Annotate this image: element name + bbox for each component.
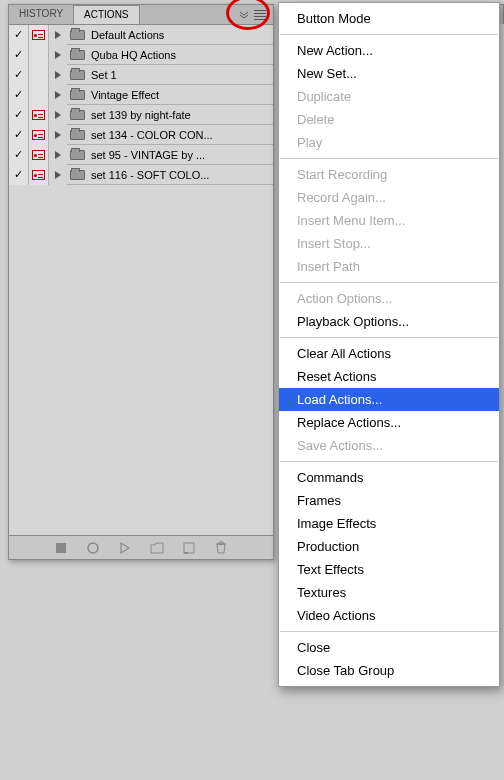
dialog-toggle[interactable] — [29, 45, 49, 65]
menu-item[interactable]: Reset Actions — [279, 365, 499, 388]
triangle-right-icon — [55, 131, 61, 139]
trash-icon[interactable] — [214, 541, 228, 555]
menu-separator — [280, 34, 498, 35]
new-set-icon[interactable] — [150, 541, 164, 555]
menu-separator — [280, 337, 498, 338]
folder-icon — [70, 70, 85, 80]
toggle-checkbox[interactable]: ✓ — [9, 145, 29, 165]
folder-cell — [67, 165, 87, 185]
menu-item: Record Again... — [279, 186, 499, 209]
action-set-row[interactable]: ✓set 95 - VINTAGE by ... — [9, 145, 273, 165]
action-set-row[interactable]: ✓Vintage Effect — [9, 85, 273, 105]
record-icon[interactable] — [86, 541, 100, 555]
menu-item[interactable]: Frames — [279, 489, 499, 512]
dialog-toggle[interactable] — [29, 65, 49, 85]
action-set-label: Vintage Effect — [87, 89, 273, 101]
triangle-right-icon — [55, 111, 61, 119]
menu-item[interactable]: Textures — [279, 581, 499, 604]
menu-item: Insert Menu Item... — [279, 209, 499, 232]
menu-item[interactable]: New Action... — [279, 39, 499, 62]
folder-icon — [70, 110, 85, 120]
action-set-row[interactable]: ✓Set 1 — [9, 65, 273, 85]
folder-icon — [70, 170, 85, 180]
menu-item[interactable]: Production — [279, 535, 499, 558]
dialog-toggle[interactable] — [29, 125, 49, 145]
triangle-right-icon — [55, 71, 61, 79]
toggle-checkbox[interactable]: ✓ — [9, 45, 29, 65]
play-icon[interactable] — [118, 541, 132, 555]
menu-item: Save Actions... — [279, 434, 499, 457]
menu-item[interactable]: Close — [279, 636, 499, 659]
folder-icon — [70, 150, 85, 160]
dialog-icon — [32, 110, 45, 120]
expand-toggle[interactable] — [49, 45, 67, 65]
panel-tabs: HISTORY ACTIONS — [9, 5, 273, 25]
menu-item[interactable]: Load Actions... — [279, 388, 499, 411]
menu-item: Insert Path — [279, 255, 499, 278]
dialog-icon — [32, 170, 45, 180]
triangle-right-icon — [55, 171, 61, 179]
toggle-checkbox[interactable]: ✓ — [9, 125, 29, 145]
expand-toggle[interactable] — [49, 165, 67, 185]
menu-item[interactable]: Commands — [279, 466, 499, 489]
svg-point-1 — [88, 543, 98, 553]
folder-cell — [67, 85, 87, 105]
action-set-row[interactable]: ✓Default Actions — [9, 25, 273, 45]
action-set-label: Default Actions — [87, 29, 273, 41]
dialog-toggle[interactable] — [29, 165, 49, 185]
expand-toggle[interactable] — [49, 25, 67, 45]
toggle-checkbox[interactable]: ✓ — [9, 25, 29, 45]
menu-item[interactable]: Image Effects — [279, 512, 499, 535]
action-set-row[interactable]: ✓set 139 by night-fate — [9, 105, 273, 125]
toggle-checkbox[interactable]: ✓ — [9, 165, 29, 185]
triangle-right-icon — [55, 51, 61, 59]
folder-icon — [70, 90, 85, 100]
menu-separator — [280, 461, 498, 462]
dialog-toggle[interactable] — [29, 105, 49, 125]
menu-item[interactable]: New Set... — [279, 62, 499, 85]
actions-panel: HISTORY ACTIONS ✓Default Actions✓Quba HQ… — [8, 4, 274, 560]
folder-icon — [70, 30, 85, 40]
new-action-icon[interactable] — [182, 541, 196, 555]
expand-toggle[interactable] — [49, 85, 67, 105]
menu-item[interactable]: Close Tab Group — [279, 659, 499, 682]
dialog-toggle[interactable] — [29, 145, 49, 165]
dialog-icon — [32, 130, 45, 140]
expand-toggle[interactable] — [49, 125, 67, 145]
toggle-checkbox[interactable]: ✓ — [9, 105, 29, 125]
menu-item: Duplicate — [279, 85, 499, 108]
expand-toggle[interactable] — [49, 105, 67, 125]
toggle-checkbox[interactable]: ✓ — [9, 65, 29, 85]
tab-actions[interactable]: ACTIONS — [74, 5, 139, 24]
menu-separator — [280, 158, 498, 159]
tab-history[interactable]: HISTORY — [9, 5, 74, 24]
menu-separator — [280, 282, 498, 283]
folder-cell — [67, 25, 87, 45]
action-set-row[interactable]: ✓set 116 - SOFT COLO... — [9, 165, 273, 185]
collapse-icon[interactable] — [237, 8, 251, 22]
menu-item[interactable]: Clear All Actions — [279, 342, 499, 365]
stop-icon[interactable] — [54, 541, 68, 555]
action-set-row[interactable]: ✓Quba HQ Actions — [9, 45, 273, 65]
menu-item: Play — [279, 131, 499, 154]
menu-item[interactable]: Replace Actions... — [279, 411, 499, 434]
menu-item[interactable]: Playback Options... — [279, 310, 499, 333]
dialog-toggle[interactable] — [29, 85, 49, 105]
dialog-icon — [32, 150, 45, 160]
menu-separator — [280, 631, 498, 632]
folder-icon — [70, 50, 85, 60]
dialog-toggle[interactable] — [29, 25, 49, 45]
action-set-row[interactable]: ✓set 134 - COLOR CON... — [9, 125, 273, 145]
expand-toggle[interactable] — [49, 65, 67, 85]
expand-toggle[interactable] — [49, 145, 67, 165]
svg-rect-2 — [184, 543, 194, 553]
menu-item[interactable]: Video Actions — [279, 604, 499, 627]
folder-cell — [67, 105, 87, 125]
menu-item[interactable]: Button Mode — [279, 7, 499, 30]
svg-rect-0 — [56, 543, 66, 553]
panel-menu-icon[interactable] — [251, 8, 269, 22]
menu-item: Delete — [279, 108, 499, 131]
menu-item: Insert Stop... — [279, 232, 499, 255]
menu-item[interactable]: Text Effects — [279, 558, 499, 581]
toggle-checkbox[interactable]: ✓ — [9, 85, 29, 105]
